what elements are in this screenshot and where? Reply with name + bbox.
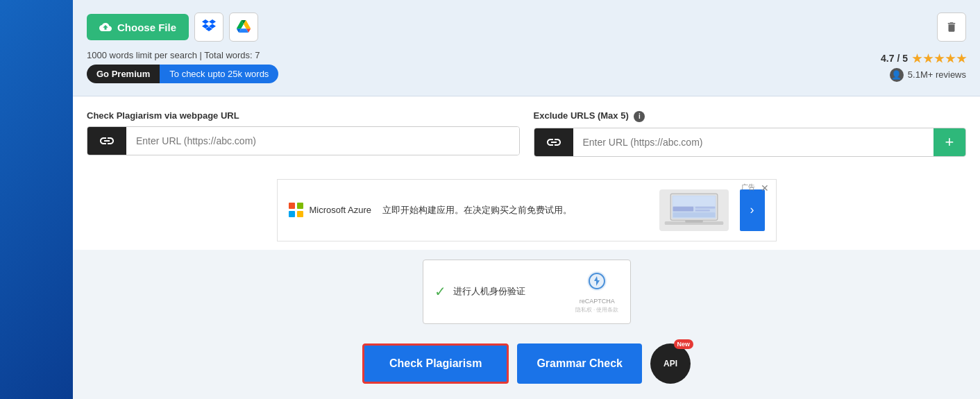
ad-section: 广告 ✕ Microsoft Azure 立即开始构建应用。在决定购买之前免费试… [73,171,980,250]
plagiarism-url-icon-box [87,127,126,155]
stars-row: ★ ★ ★ ★ ★ [912,52,966,65]
exclude-url-label: Exclude URLS (Max 5) i [534,110,967,122]
link-icon-2 [546,134,562,151]
dropbox-icon [202,19,216,35]
dropbox-button[interactable] [194,12,223,42]
exclude-url-group: Exclude URLS (Max 5) i + [534,110,967,157]
rating-block: 4.7 / 5 ★ ★ ★ ★ ★ 👤 5.1M+ reviews [881,52,966,82]
recaptcha-text: reCAPTCHA [580,298,615,305]
rating-value: 4.7 / 5 [881,53,908,64]
exclude-url-input-row: + [534,128,967,157]
svg-rect-2 [673,196,715,206]
exclude-url-label-text: Exclude URLS (Max 5) [534,110,629,121]
star-4: ★ [945,52,955,65]
captcha-left: ✓ 进行人机身份验证 [434,283,525,300]
ad-banner: 广告 ✕ Microsoft Azure 立即开始构建应用。在决定购买之前免费试… [277,179,777,241]
add-url-button[interactable]: + [933,128,965,156]
api-label: API [664,359,677,368]
captcha-box[interactable]: ✓ 进行人机身份验证 reCAPTCHA 隐私权 · 使用条款 [423,260,631,324]
ad-close-button[interactable]: ✕ [761,182,769,194]
plagiarism-url-label: Check Plagiarism via webpage URL [87,110,520,121]
trash-icon [945,21,958,33]
upload-icon [99,21,112,33]
captcha-section: ✓ 进行人机身份验证 reCAPTCHA 隐私权 · 使用条款 [73,250,980,334]
new-badge: New [674,339,694,349]
star-2: ★ [923,52,933,65]
sq-yellow [297,211,303,217]
go-premium-label: Go Premium [96,69,150,79]
info-icon: i [634,111,645,122]
plagiarism-url-group: Check Plagiarism via webpage URL [87,110,520,157]
left-sidebar [0,0,73,399]
check-plagiarism-label: Check Plagiarism [389,357,482,369]
url-section: Check Plagiarism via webpage URL Exclude… [73,96,980,171]
ad-image [659,189,729,231]
action-row: Check Plagiarism Grammar Check New API [73,334,980,398]
svg-rect-5 [695,210,709,212]
plagiarism-url-input-row [87,126,520,155]
reviews-row: 👤 5.1M+ reviews [890,68,966,82]
plagiarism-url-input[interactable] [126,127,519,155]
grammar-check-button[interactable]: Grammar Check [517,343,642,384]
svg-rect-3 [673,207,693,212]
reviews-count: 5.1M+ reviews [908,69,966,80]
avatar-icon: 👤 [890,68,904,82]
exclude-url-input[interactable] [573,128,934,156]
svg-rect-8 [685,220,702,222]
ad-body-text: 立即开始构建应用。在决定购买之前免费试用。 [382,203,648,217]
drive-icon [237,20,251,35]
top-panel: Choose File [73,0,980,96]
sq-red [289,203,295,209]
sidebar-accent [0,0,73,399]
ad-logo-text: Microsoft Azure [310,205,372,215]
recaptcha-icon [586,270,608,296]
choose-file-label: Choose File [117,22,176,33]
star-1: ★ [912,52,922,65]
star-3: ★ [934,52,944,65]
captcha-text: 进行人机身份验证 [453,285,525,298]
grammar-check-label: Grammar Check [537,357,623,369]
file-upload-row: Choose File [87,12,966,42]
azure-squares-icon [289,203,304,218]
add-url-label: + [945,133,954,151]
svg-rect-4 [695,207,715,209]
recaptcha-privacy: 隐私权 · 使用条款 [575,306,619,314]
exclude-url-icon-box [534,128,573,156]
captcha-logo: reCAPTCHA 隐私权 · 使用条款 [575,270,619,314]
file-buttons: Choose File [87,12,258,42]
premium-benefit-text: To check upto 25k words [160,65,278,83]
google-drive-button[interactable] [229,12,258,42]
ad-logo: Microsoft Azure [289,203,372,218]
ad-laptop-svg [663,191,725,229]
star-5: ★ [956,52,966,65]
choose-file-button[interactable]: Choose File [87,14,189,40]
svg-rect-6 [673,212,715,217]
word-limit-info: 1000 words limit per search | Total word… [87,50,278,83]
trash-button[interactable] [937,12,966,42]
go-premium-button[interactable]: Go Premium [87,65,160,83]
api-button[interactable]: New API [650,343,691,384]
captcha-checkmark: ✓ [434,283,446,300]
sq-green [297,203,303,209]
word-limit-row: 1000 words limit per search | Total word… [87,50,966,83]
sq-blue [289,211,295,217]
rating-score: 4.7 / 5 ★ ★ ★ ★ ★ [881,52,966,65]
ad-label: 广告 [741,182,755,192]
check-plagiarism-button[interactable]: Check Plagiarism [362,343,509,384]
main-content: Choose File [73,0,980,399]
ad-arrow-button[interactable]: › [740,189,765,231]
link-icon [99,133,115,149]
ad-arrow-label: › [750,203,754,217]
word-limit-text: 1000 words limit per search | Total word… [87,50,278,60]
